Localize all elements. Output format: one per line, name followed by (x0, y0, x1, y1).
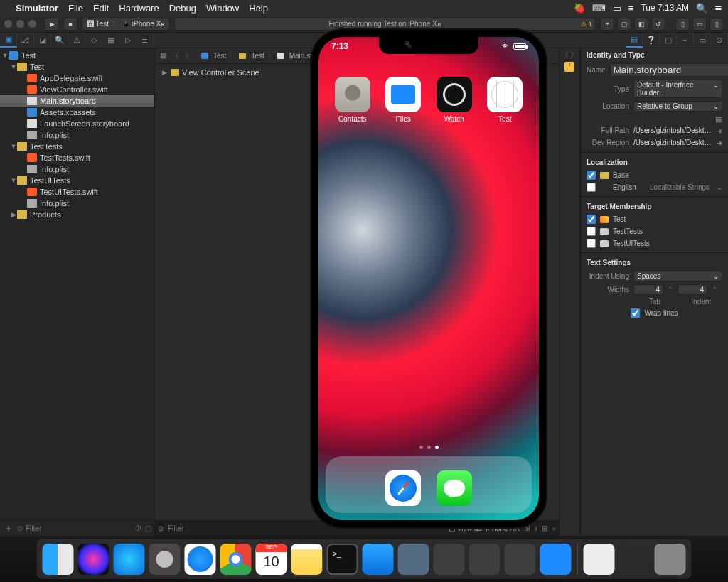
app-files[interactable]: Files (382, 77, 424, 123)
debug-tab[interactable]: ▦ (102, 33, 119, 48)
target-testuitests-check[interactable] (587, 239, 596, 248)
type-select[interactable]: Default - Interface Builder…⌄ (633, 80, 722, 98)
document-outline[interactable]: ▶View Controller Scene (161, 68, 259, 516)
align-button[interactable]: ⫞ (534, 524, 537, 532)
warning-indicator[interactable]: ⚠ 1 (581, 21, 592, 28)
dock-accessibility-icon[interactable] (434, 544, 465, 575)
app-watch[interactable]: Watch (434, 77, 475, 123)
menu-window[interactable]: Window (206, 3, 239, 14)
history-inspector-tab[interactable]: ❔ (643, 33, 660, 48)
report-tab[interactable]: ≣ (136, 33, 154, 48)
menubar-clock[interactable]: Tue 7:13 AM (641, 3, 689, 13)
file-appdelegate[interactable]: AppDelegate.swift (0, 72, 154, 84)
scm-filter-icon[interactable]: ▢ (145, 524, 151, 532)
run-button[interactable]: ▶ (45, 18, 59, 31)
toggle-inspector-button[interactable]: ▯ (710, 18, 724, 31)
dock-messages-icon[interactable] (437, 470, 472, 506)
dock-finder-icon[interactable] (43, 544, 74, 575)
project-root[interactable]: ▼Test (0, 50, 154, 61)
library-button[interactable]: ＋ (600, 18, 614, 31)
group-testtests[interactable]: ▼TestTests (0, 141, 154, 152)
loc-english-check[interactable] (587, 183, 596, 192)
input-source-icon[interactable]: ⌨︎ (592, 3, 606, 14)
file-testtests-swift[interactable]: TestTests.swift (0, 152, 154, 163)
editor-version-button[interactable]: ↺ (651, 18, 665, 31)
nav-left-icon[interactable]: 〈 (561, 50, 569, 60)
connections-inspector-tab[interactable]: ⊙ (711, 33, 728, 48)
dock-document-icon[interactable] (584, 544, 615, 575)
notification-center-icon[interactable]: ≣ (714, 3, 722, 14)
dock-xcode-icon[interactable] (363, 544, 394, 575)
group-test[interactable]: ▼Test (0, 61, 154, 72)
group-products[interactable]: ▶Products (0, 209, 154, 220)
target-testtests-check[interactable] (587, 227, 596, 236)
file-info-plist-1[interactable]: Info.plist (0, 129, 154, 141)
file-main-storyboard[interactable]: Main.storyboard (0, 95, 154, 107)
loc-base-check[interactable] (587, 171, 596, 180)
filter-scope-icon[interactable]: ⊙ (17, 524, 23, 532)
file-testuitests-swift[interactable]: TestUITests.swift (0, 186, 154, 198)
location-folder-icon[interactable]: ▦ (715, 114, 722, 124)
source-control-tab[interactable]: ⎇ (17, 33, 34, 48)
menu-file[interactable]: File (68, 3, 83, 14)
target-test-check[interactable] (587, 215, 596, 224)
file-inspector-tab[interactable]: ▤ (626, 33, 643, 48)
app-contacts[interactable]: Contacts (332, 77, 373, 123)
jump-grid-icon[interactable]: ▦ (158, 51, 168, 61)
dock-calendar-icon[interactable] (256, 544, 287, 575)
jump-back-icon[interactable]: 〈 (170, 51, 181, 61)
group-testuitests[interactable]: ▼TestUITests (0, 175, 154, 186)
outline-toggle-icon[interactable]: ⊙ (158, 524, 164, 532)
stop-button[interactable]: ■ (63, 18, 77, 31)
file-info-plist-3[interactable]: Info.plist (0, 198, 154, 209)
navigator-filter-input[interactable] (26, 524, 132, 532)
toggle-navigator-button[interactable]: ▯ (675, 18, 690, 31)
jump-fwd-icon[interactable]: 〉 (183, 51, 194, 61)
attributes-inspector-tab[interactable]: ⌁ (677, 33, 694, 48)
pin-button[interactable]: ⊞ (542, 524, 547, 532)
menu-help[interactable]: Help (249, 3, 268, 14)
editor-standard-button[interactable]: ▢ (617, 18, 631, 31)
dock-keychain-icon[interactable] (505, 544, 536, 575)
wrap-lines-check[interactable] (631, 308, 640, 318)
menu-hardware[interactable]: Hardware (119, 3, 159, 14)
location-select[interactable]: Relative to Group⌄ (633, 101, 722, 112)
resolve-button[interactable]: ⟐ (552, 524, 556, 532)
window-controls[interactable] (4, 20, 36, 28)
file-launchscreen[interactable]: LaunchScreen.storyboard (0, 118, 154, 129)
size-inspector-tab[interactable]: ▭ (694, 33, 711, 48)
dock-launchpad-icon[interactable] (149, 544, 181, 575)
dock-folder-icon[interactable] (619, 544, 651, 575)
find-tab[interactable]: 🔍 (51, 33, 68, 48)
status-icon[interactable]: 🍓 (574, 3, 585, 14)
screen-mirror-icon[interactable]: ▭ (613, 3, 621, 14)
ios-simulator-window[interactable]: 7:13 ᯤ Contacts Files Watch Test (311, 30, 546, 527)
dock-safari-icon[interactable] (185, 544, 216, 575)
test-tab[interactable]: ◇ (85, 33, 102, 48)
indent-width-field[interactable] (678, 284, 707, 295)
page-indicator[interactable] (318, 446, 539, 449)
app-menu[interactable]: Simulator (16, 3, 58, 14)
project-navigator-tab[interactable]: ▣ (0, 33, 17, 48)
nav-right-icon[interactable]: 〉 (570, 50, 578, 60)
breakpoint-tab[interactable]: ▷ (119, 33, 136, 48)
menu-edit[interactable]: Edit (93, 3, 109, 14)
dock-trash-icon[interactable] (655, 544, 686, 575)
reveal-icon-2[interactable]: ➜ (716, 139, 722, 148)
recent-filter-icon[interactable]: ⏱ (135, 524, 142, 532)
file-info-plist-2[interactable]: Info.plist (0, 163, 154, 175)
toggle-debug-button[interactable]: ▭ (692, 18, 707, 31)
app-test[interactable]: Test (484, 77, 525, 123)
add-button[interactable]: ＋ (3, 522, 14, 535)
file-assets[interactable]: Assets.xcassets (0, 107, 154, 118)
spotlight-icon[interactable]: 🔍 (696, 3, 707, 14)
name-field[interactable] (610, 63, 728, 77)
file-viewcontroller[interactable]: ViewController.swift (0, 84, 154, 95)
scheme-selector[interactable]: 🅰 Test 〉 📱 iPhone Xʀ (82, 18, 170, 31)
dock-notes-icon[interactable] (291, 544, 323, 575)
indent-select[interactable]: Spaces⌄ (633, 271, 722, 281)
warning-badge-icon[interactable]: ! (564, 62, 574, 72)
dock-appstore-icon[interactable] (114, 544, 145, 575)
editor-assistant-button[interactable]: ◧ (634, 18, 648, 31)
dock-chrome-icon[interactable] (220, 544, 252, 575)
